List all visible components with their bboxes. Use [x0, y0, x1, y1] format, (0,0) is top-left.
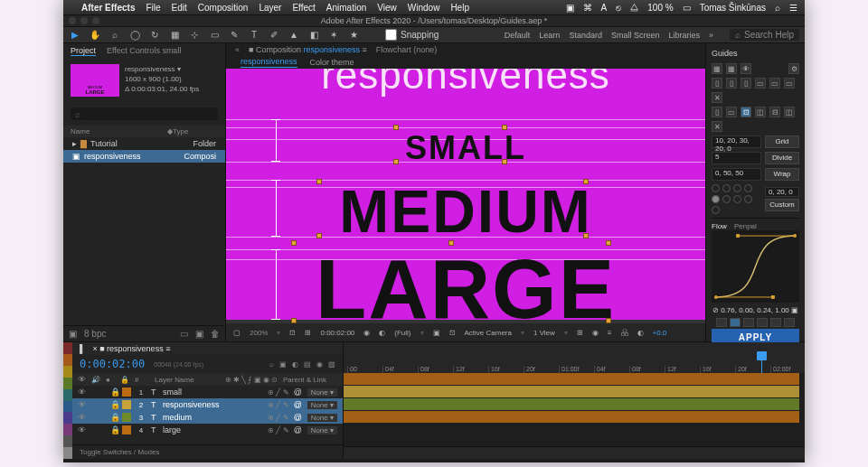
brush-tool-icon[interactable]: ✐: [268, 30, 280, 40]
playhead[interactable]: [761, 357, 762, 373]
selection-handle[interactable]: [291, 240, 297, 246]
toggle-switches-button[interactable]: Toggle Switches / Modes: [72, 444, 343, 459]
lock-icon[interactable]: 🔒: [110, 388, 118, 397]
selection-handle[interactable]: [502, 125, 507, 130]
trash-icon[interactable]: 🗑: [211, 329, 220, 339]
views-dropdown[interactable]: 1 View: [533, 329, 555, 337]
layer-color-swatch[interactable]: [122, 425, 131, 434]
timeline-layer-row[interactable]: 👁 🔒 3 T medium ⊕ ╱ ✎ @ None ▾: [72, 411, 343, 424]
guides-input-1[interactable]: 10, 20, 30, 20, 0: [712, 135, 761, 148]
menu-window[interactable]: Window: [408, 3, 440, 13]
timeline-layer-row[interactable]: 👁 🔒 1 T small ⊕ ╱ ✎ @ None ▾: [72, 386, 343, 398]
mode6-icon[interactable]: ◫: [784, 107, 795, 117]
switch-icons[interactable]: ⊕ ╱ ✎: [268, 426, 288, 434]
eye-icon[interactable]: 👁: [78, 425, 86, 434]
user-name[interactable]: Tomas Šinkūnas: [700, 3, 766, 13]
switch-icons[interactable]: ⊕ ╱ ✎: [268, 388, 288, 397]
airplay-icon[interactable]: ⎋: [616, 3, 621, 13]
grid-icon[interactable]: ▦: [726, 63, 737, 74]
stamp-tool-icon[interactable]: ▲: [288, 30, 300, 40]
eye-icon[interactable]: 👁: [78, 400, 86, 409]
magnify-icon[interactable]: ▢: [233, 329, 241, 337]
menu-view[interactable]: View: [377, 3, 397, 13]
workspace-more-icon[interactable]: »: [709, 31, 713, 40]
new-comp-icon[interactable]: ▣: [195, 329, 203, 339]
menu-effect[interactable]: Effect: [292, 3, 315, 13]
menu-edit[interactable]: Edit: [172, 3, 187, 13]
camera-dropdown[interactable]: Active Camera: [465, 329, 512, 337]
timeline-comp-tab[interactable]: × ■ responsiveness ≡: [92, 344, 170, 353]
selection-handle[interactable]: [316, 233, 322, 238]
selection-tool-icon[interactable]: ▶: [69, 30, 81, 40]
anchor-radio[interactable]: [722, 195, 731, 203]
save-preset-icon[interactable]: ▣: [791, 306, 798, 314]
preset-1[interactable]: [716, 318, 727, 327]
maximize-icon[interactable]: [92, 17, 99, 24]
tab-penpal[interactable]: Penpal: [734, 222, 757, 230]
selection-handle[interactable]: [393, 125, 399, 130]
tab-effect-controls[interactable]: Effect Controls small: [107, 46, 181, 56]
roto-tool-icon[interactable]: ✶: [327, 30, 340, 40]
custom-button[interactable]: Custom: [765, 199, 799, 211]
hand-tool-icon[interactable]: ✋: [89, 30, 101, 40]
selection-handle[interactable]: [583, 233, 589, 238]
workspace-learn[interactable]: Learn: [539, 31, 560, 40]
mode2-icon[interactable]: ▭: [726, 107, 737, 117]
orbit-tool-icon[interactable]: ◯: [128, 30, 141, 40]
align-bot-icon[interactable]: ▭: [784, 78, 795, 89]
parent-dropdown[interactable]: None ▾: [307, 426, 337, 434]
menu-layer[interactable]: Layer: [259, 3, 281, 13]
ease-values[interactable]: 0.76, 0.00, 0.24, 1.00: [721, 306, 789, 314]
anchor-radio[interactable]: [712, 195, 720, 203]
layer-name[interactable]: small: [163, 388, 263, 397]
anchor-radio[interactable]: [744, 184, 752, 192]
screenshot-icon[interactable]: ⌘: [583, 3, 592, 13]
canvas-text-small[interactable]: SMALL: [226, 129, 705, 167]
guide-line[interactable]: [226, 119, 705, 120]
menu-help[interactable]: Help: [450, 3, 469, 13]
project-row-folder[interactable]: ▸ ▇ Tutorial Folder: [63, 137, 225, 150]
parent-header[interactable]: Parent & Link: [283, 376, 337, 384]
layer-bar[interactable]: [344, 398, 799, 410]
col-type[interactable]: Type: [173, 127, 218, 135]
eye-icon[interactable]: 👁: [78, 413, 86, 422]
parent-pickwhip-icon[interactable]: @: [294, 425, 303, 434]
interpret-icon[interactable]: ▣: [69, 329, 77, 339]
anchor-radio[interactable]: [733, 184, 741, 192]
comp-mini-icon[interactable]: ▣: [279, 360, 287, 369]
menu-composition[interactable]: Composition: [198, 3, 249, 13]
wifi-icon[interactable]: ⧋: [630, 2, 638, 13]
menubar-app-name[interactable]: After Effects: [81, 3, 135, 13]
selection-handle[interactable]: [393, 159, 399, 164]
layer-bar[interactable]: [344, 373, 799, 385]
preset-4[interactable]: [757, 318, 768, 327]
comp-subtab-responsiveness[interactable]: responsiveness: [241, 57, 297, 68]
zoom-tool-icon[interactable]: ⌕: [108, 30, 121, 40]
canvas-text-medium[interactable]: MEDIUM: [226, 177, 705, 246]
text-tool-icon[interactable]: T: [248, 30, 260, 40]
shy-icon[interactable]: ◐: [292, 360, 298, 369]
timeline-menu-icon[interactable]: ▌: [80, 344, 85, 353]
gear-icon[interactable]: ⚙: [788, 63, 799, 74]
selection-handle[interactable]: [316, 179, 322, 184]
grid-icon[interactable]: ⊞: [305, 329, 311, 337]
eraser-tool-icon[interactable]: ◧: [307, 30, 320, 40]
project-search[interactable]: ⌕: [71, 107, 218, 120]
preset-6[interactable]: [784, 318, 795, 327]
region-icon[interactable]: ▣: [433, 329, 440, 337]
toggle-alpha-icon[interactable]: ◐: [379, 329, 385, 337]
layer-name[interactable]: medium: [163, 413, 263, 422]
preset-2[interactable]: [730, 318, 741, 327]
layer-name[interactable]: large: [163, 425, 263, 434]
timeline-layer-row[interactable]: 👁 🔒 2 T responsiveness ⊕ ╱ ✎ @ None ▾: [72, 398, 343, 411]
disclosure-icon[interactable]: ▸: [72, 139, 77, 148]
timeline-tracks[interactable]: [344, 373, 805, 446]
ease-curve[interactable]: [712, 230, 799, 303]
minimize-icon[interactable]: [80, 17, 88, 24]
resolution-dropdown[interactable]: ⊡: [289, 329, 296, 337]
align-mid-icon[interactable]: ▭: [769, 78, 780, 89]
puppet-tool-icon[interactable]: ★: [347, 30, 360, 40]
switch-icons[interactable]: ⊕ ╱ ✎: [268, 414, 288, 422]
zoom-dropdown[interactable]: 200%: [250, 329, 268, 337]
switch-icons[interactable]: ⊕ ╱ ✎: [268, 401, 288, 409]
